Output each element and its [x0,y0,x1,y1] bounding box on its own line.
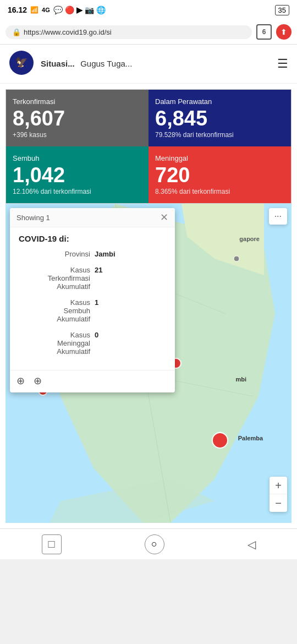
menu-button[interactable]: ☰ [277,57,288,71]
popup-value-provinsi: Jambi [95,250,166,258]
app-icon-4: 📷 [85,6,94,14]
zoom-in-icon[interactable]: ⊕ [34,375,42,387]
treatment-number: 6,845 [155,108,284,129]
recovered-number: 1,042 [13,165,142,185]
popup-value-confirmed: 21 [95,266,166,291]
home-nav-button[interactable]: ○ [145,534,164,554]
popup-body: COVID-19 di: Provinsi Jambi KasusTerkonf… [10,227,175,370]
confirmed-number: 8,607 [13,108,142,129]
deceased-label: Meninggal [155,154,284,162]
confirmed-sub: +396 kasus [13,131,142,139]
time-display: 16.12 [8,6,27,14]
navigation-bar: □ ○ ◁ [0,528,297,559]
map-area[interactable]: gapore Palemba mbi Showing 1 ✕ COVID-19 … [6,204,292,523]
stats-grid: Terkonfirmasi 8,607 +396 kasus Dalam Per… [6,89,292,204]
popup-footer: ⊕ ⊕ [10,370,175,392]
url-bar[interactable]: 🔒 https://www.covid19.go.id/si [6,25,252,39]
site-subtitle: Gugus Tuga... [80,59,132,68]
jambi-label: mbi [235,376,246,383]
site-title-area: Situasi... Gugus Tuga... [41,59,271,69]
popup-close-button[interactable]: ✕ [160,212,168,222]
popup-label-deceased: KasusMeninggalAkumulatif [19,331,90,356]
lock-icon: 🔒 [12,28,21,36]
back-button[interactable]: □ [42,534,62,554]
popup-header: Showing 1 ✕ [10,208,175,227]
status-left: 16.12 📶 4G 💬 🔴 ▶ 📷 🌐 [8,6,106,14]
site-header: 🦅 Situasi... Gugus Tuga... ☰ [0,45,297,84]
treatment-sub: 79.528% dari terkonfirmasi [155,131,284,139]
app-icons: 💬 🔴 ▶ 📷 🌐 [53,6,106,14]
status-bar: 16.12 📶 4G 💬 🔴 ▶ 📷 🌐 35 [0,0,297,20]
map-background: gapore Palemba mbi Showing 1 ✕ COVID-19 … [6,204,292,523]
zoom-plus-button[interactable]: + [270,477,287,494]
popup-row-recovered: KasusSembuhAkumulatif 1 [19,298,166,323]
chrome-icon: 🌐 [96,6,106,14]
zoom-minus-button[interactable]: − [270,494,287,512]
svg-point-10 [234,256,239,261]
popup-label-provinsi: Provinsi [19,250,90,258]
svg-text:🦅: 🦅 [15,56,28,68]
youtube-icon: ▶ [76,6,82,14]
confirmed-label: Terkonfirmasi [13,97,142,106]
popup-label-recovered: KasusSembuhAkumulatif [19,298,90,323]
back-nav-button[interactable]: ◁ [248,538,256,551]
browser-bar: 🔒 https://www.covid19.go.id/si 6 ⬆ [0,20,297,45]
recovered-box: Sembuh 1,042 12.106% dari terkonfirmasi [6,146,148,203]
recovered-sub: 12.106% dari terkonfirmasi [13,188,142,195]
url-text: https://www.covid19.go.id/si [24,28,112,36]
popup-row-provinsi: Provinsi Jambi [19,250,166,258]
recovered-label: Sembuh [13,154,142,162]
popup-value-recovered: 1 [95,298,166,323]
main-content: Terkonfirmasi 8,607 +396 kasus Dalam Per… [0,84,297,528]
singapore-label: gapore [239,236,260,242]
confirmed-box: Terkonfirmasi 8,607 +396 kasus [6,90,148,146]
site-logo: 🦅 [9,50,34,78]
deceased-box: Meninggal 720 8.365% dari terkonfirmasi [148,146,291,203]
popup-label-confirmed: KasusTerkonfirmasiAkumulatif [19,266,90,291]
popup-showing: Showing 1 [16,214,50,222]
tab-count[interactable]: 6 [256,24,272,40]
popup-main-title: COVID-19 di: [19,234,166,243]
treatment-box: Dalam Perawatan 6,845 79.528% dari terko… [148,90,291,146]
home-button[interactable]: ⬆ [276,24,292,40]
site-title: Situasi... [41,59,75,68]
deceased-number: 720 [155,165,284,185]
popup-row-confirmed: KasusTerkonfirmasiAkumulatif 21 [19,266,166,291]
palemba-label: Palemba [238,435,263,441]
signal-type: 4G [42,7,50,13]
battery-display: 35 [275,5,289,15]
svg-point-12 [212,433,228,448]
treatment-label: Dalam Perawatan [155,97,284,106]
whatsapp-icon: 💬 [53,6,63,14]
app-icon-2: 🔴 [65,6,74,14]
popup-row-deceased: KasusMeninggalAkumulatif 0 [19,331,166,356]
deceased-sub: 8.365% dari terkonfirmasi [155,188,284,195]
map-more-button[interactable]: ··· [269,208,287,225]
map-zoom-controls[interactable]: + − [270,477,287,512]
popup-value-deceased: 0 [95,331,166,356]
move-icon[interactable]: ⊕ [16,375,25,387]
map-popup: Showing 1 ✕ COVID-19 di: Provinsi Jambi … [10,208,175,392]
signal-icon: 📶 [30,6,38,14]
